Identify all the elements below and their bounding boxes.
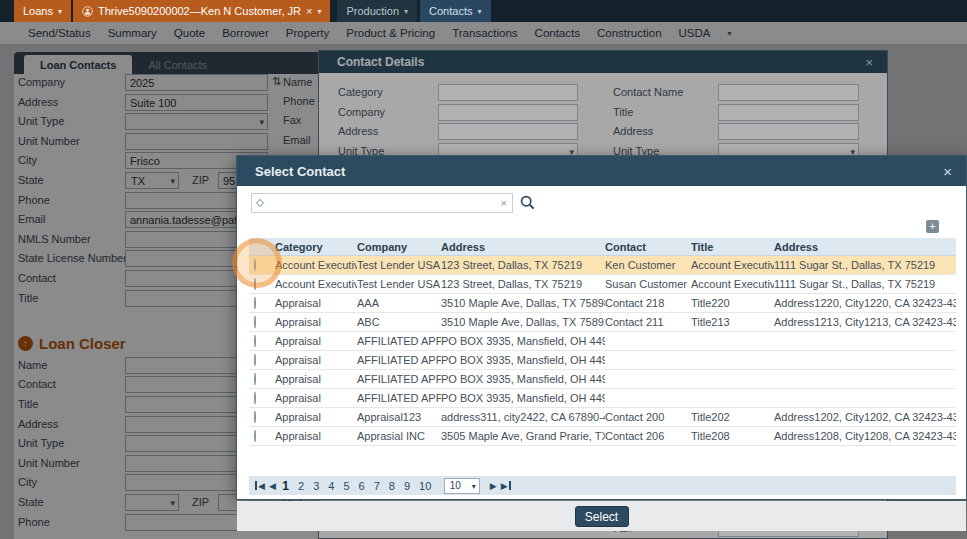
row-radio[interactable] (254, 354, 256, 366)
cell-address: PO BOX 3935, Mansfield, OH 44907 (441, 392, 605, 404)
cell-category: Appraisal (275, 392, 357, 404)
add-contact-button[interactable]: + (926, 220, 939, 233)
cell-company: AFFILIATED APPR... (357, 373, 441, 385)
page-number-3[interactable]: 3 (311, 480, 322, 492)
page-number-2[interactable]: 2 (296, 480, 307, 492)
page-size-value: 10 (450, 480, 461, 491)
table-row[interactable]: Appraisal Apprasial INC 3505 Maple Ave, … (249, 427, 956, 446)
col-contact: Contact (605, 241, 691, 253)
tab-loans-label: Loans (23, 5, 53, 17)
cell-address-2: 1111 Sugar St., Dallas, TX 75219 (774, 278, 956, 290)
select-contact-modal: Select Contact × × + Category Company Ad… (236, 155, 967, 500)
cell-company: AFFILIATED APPR... (357, 354, 441, 366)
cell-category: Appraisal (275, 316, 357, 328)
page-number-6[interactable]: 6 (356, 480, 367, 492)
row-radio[interactable] (254, 373, 256, 385)
page-number-1[interactable]: 1 (280, 479, 292, 493)
tab-loans[interactable]: Loans ▾ (14, 0, 71, 22)
col-address-2: Address (774, 241, 956, 253)
top-nav-bar: Loans ▾ Thrive5090200002—Ken N Customer,… (0, 0, 967, 22)
page-number-9[interactable]: 9 (401, 480, 412, 492)
close-icon[interactable]: × (943, 163, 952, 180)
cell-category: Account Executive (275, 278, 357, 290)
table-row[interactable]: Appraisal AAA 3510 Maple Ave, Dallas, TX… (249, 294, 956, 313)
cell-company: ABC (357, 316, 441, 328)
page-number-5[interactable]: 5 (341, 480, 352, 492)
table-row[interactable]: Appraisal Appraisal123 address311, city2… (249, 408, 956, 427)
cell-company: Test Lender USA (357, 259, 441, 271)
modal-footer: Select (237, 501, 966, 531)
cell-address: 3510 Maple Ave, Dallas, TX 75898 (441, 297, 605, 309)
first-page-icon[interactable]: ◀ (255, 481, 265, 491)
cell-contact: Ken Customer (605, 259, 691, 271)
cell-title: Account Executiv... (691, 278, 774, 290)
cell-address: 3510 Maple Ave, Dallas, TX 75891 (441, 316, 605, 328)
select-contact-body: × + Category Company Address Contact Tit… (237, 186, 966, 499)
table-row[interactable]: Account Executive Test Lender USA 123 St… (249, 256, 956, 275)
page-number-8[interactable]: 8 (386, 480, 397, 492)
table-row[interactable]: Account Executive Test Lender USA 123 St… (249, 275, 956, 294)
page-number-10[interactable]: 10 (417, 480, 434, 492)
cell-company: AFFILIATED APPR... (357, 335, 441, 347)
col-address: Address (441, 241, 605, 253)
row-radio[interactable] (254, 297, 256, 309)
row-radio[interactable] (254, 392, 256, 404)
cell-address: PO BOX 3935, Mansfield, OH 44907 (441, 335, 605, 347)
next-page-icon[interactable]: ▶ (490, 481, 497, 491)
tab-production-label: Production (346, 5, 399, 17)
tab-contacts[interactable]: Contacts ▾ (420, 0, 490, 22)
col-category: Category (275, 241, 357, 253)
page-number-7[interactable]: 7 (371, 480, 382, 492)
cell-title: Title202 (691, 411, 774, 423)
tab-loan-file[interactable]: Thrive5090200002—Ken N Customer, JR × ▾ (73, 0, 330, 22)
table-row[interactable]: Appraisal AFFILIATED APPR... PO BOX 3935… (249, 332, 956, 351)
cell-category: Appraisal (275, 373, 357, 385)
cell-category: Appraisal (275, 297, 357, 309)
search-icon[interactable] (520, 195, 535, 210)
cell-title: Account Executiv... (691, 259, 774, 271)
person-icon (82, 6, 93, 17)
clear-search-icon[interactable]: × (501, 197, 507, 209)
cell-company: Test Lender USA (357, 278, 441, 290)
table-row[interactable]: Appraisal AFFILIATED APPR... PO BOX 3935… (249, 389, 956, 408)
row-radio[interactable] (254, 335, 256, 347)
chevron-down-icon: ▾ (472, 482, 476, 491)
row-radio[interactable] (254, 430, 256, 442)
table-row[interactable]: Appraisal AFFILIATED APPR... PO BOX 3935… (249, 370, 956, 389)
cell-address-2: Address1220, City1220, CA 32423-4344 (774, 297, 956, 309)
cell-contact: Contact 200 (605, 411, 691, 423)
cell-category: Appraisal (275, 411, 357, 423)
cell-contact: Contact 211 (605, 316, 691, 328)
cell-address: 123 Street, Dallas, TX 75219 (441, 259, 605, 271)
cell-category: Account Executive (275, 259, 357, 271)
row-radio[interactable] (254, 316, 256, 328)
row-radio[interactable] (254, 411, 256, 423)
select-contact-titlebar: Select Contact × (237, 156, 966, 186)
filter-icon (256, 199, 264, 207)
select-contact-title: Select Contact (255, 164, 345, 179)
table-row[interactable]: Appraisal ABC 3510 Maple Ave, Dallas, TX… (249, 313, 956, 332)
tab-production[interactable]: Production ▾ (337, 0, 417, 22)
click-highlight-annotation (232, 238, 282, 288)
tab-contacts-label: Contacts (429, 5, 472, 17)
table-row[interactable]: Appraisal AFFILIATED APPR... PO BOX 3935… (249, 351, 956, 370)
select-button[interactable]: Select (575, 506, 629, 527)
cell-category: Appraisal (275, 335, 357, 347)
cell-address-2: 1111 Sugar St., Dallas, TX 75219 (774, 259, 956, 271)
cell-address: address311, city2422, CA 67890-4324 (441, 411, 605, 423)
close-icon[interactable]: × (306, 5, 312, 17)
last-page-icon[interactable]: ▶ (501, 481, 511, 491)
search-input[interactable] (268, 194, 494, 212)
prev-page-icon[interactable]: ◀ (269, 481, 276, 491)
page-size-select[interactable]: 10▾ (444, 478, 480, 494)
cell-title: Title213 (691, 316, 774, 328)
cell-company: AAA (357, 297, 441, 309)
cell-company: Appraisal123 (357, 411, 441, 423)
page-number-4[interactable]: 4 (326, 480, 337, 492)
cell-company: AFFILIATED APPR... (357, 392, 441, 404)
cell-address: 3505 Maple Ave, Grand Prarie, TX 753... (441, 430, 605, 442)
cell-title: Title208 (691, 430, 774, 442)
table-header-row: Category Company Address Contact Title A… (249, 238, 956, 256)
col-company: Company (357, 241, 441, 253)
chevron-down-icon: ▾ (404, 7, 408, 16)
